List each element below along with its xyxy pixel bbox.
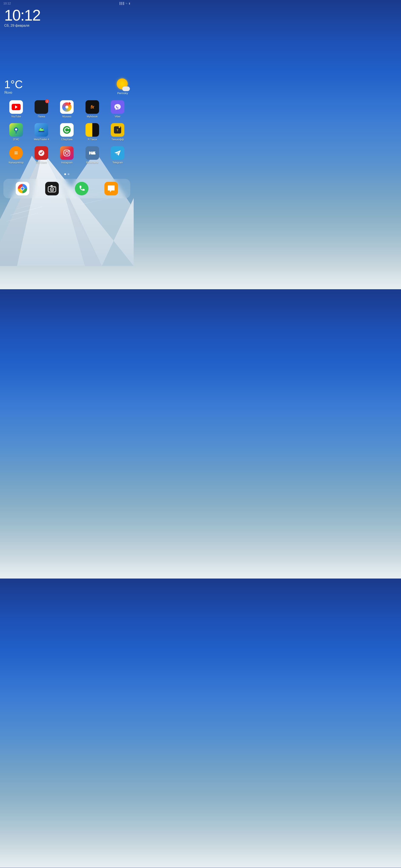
app-youtube[interactable]: YouTube	[5, 100, 27, 118]
cloud-icon	[122, 87, 130, 91]
app-label-folder: Папка	[38, 115, 45, 118]
app-label-taxi: Я.Такси	[88, 138, 97, 141]
app-label-telegram: Telegram	[112, 161, 123, 164]
app-taxi[interactable]: Я.Такси	[82, 123, 103, 141]
viber-svg	[113, 103, 122, 111]
app-sber[interactable]: Сбербанк	[56, 123, 78, 141]
app-row-1: YouTube 1 Папка	[3, 100, 130, 118]
vk-svg	[88, 149, 97, 157]
app-icon-taxi-wrapper	[86, 123, 99, 137]
app-icon-telegram	[111, 146, 124, 160]
app-icon-mt4	[35, 123, 48, 137]
music-flag	[69, 102, 71, 105]
clock-date: Сб, 29 февраля	[4, 24, 130, 28]
app-icon-viber	[111, 100, 124, 114]
svg-point-32	[54, 187, 55, 188]
dock-phone[interactable]	[75, 182, 88, 195]
taxi-dark-half	[92, 123, 99, 137]
app-myfxbook[interactable]: fx Myfxbook	[82, 100, 103, 118]
weather-right: Permsky	[116, 78, 130, 95]
rd-svg	[37, 148, 46, 158]
app-icon-instagram-wrapper	[60, 146, 74, 160]
clock-time: 10:12	[4, 8, 130, 23]
svg-rect-31	[51, 185, 53, 186]
chrome-center	[21, 187, 24, 190]
app-calc[interactable]: = Калькулятор	[5, 146, 27, 164]
app-icon-2gis	[9, 123, 23, 137]
telegram-svg	[113, 149, 122, 157]
weather-widget[interactable]: 1°С Ясно Permsky	[0, 74, 134, 98]
app-icon-taxi	[86, 123, 99, 137]
svg-point-23	[119, 126, 120, 128]
app-label-calc: Калькулятор	[9, 161, 24, 164]
signal-icon: ▐▐▐	[119, 2, 124, 5]
app-row-2: 2ГИС MetaТrader 4	[3, 123, 130, 141]
app-tinkoff[interactable]: T Тинькофф	[107, 123, 128, 141]
app-row-3: = Калькулятор RD Client	[3, 146, 130, 164]
dock-camera[interactable]	[45, 182, 59, 195]
youtube-play-btn	[12, 104, 21, 110]
weather-icon	[116, 78, 130, 91]
app-icon-tinkoff-wrapper: T	[111, 123, 124, 137]
svg-point-26	[65, 152, 68, 154]
fx-text: fx	[91, 104, 94, 110]
app-instagram[interactable]: Instagram	[56, 146, 78, 164]
app-icon-myfxbook-wrapper: fx	[86, 100, 99, 114]
chrome-ring	[18, 184, 27, 193]
app-label-youtube: YouTube	[11, 115, 21, 118]
status-bar: 10:12 ▐▐▐ ∿ ▮	[0, 0, 134, 6]
app-icon-music	[60, 100, 74, 114]
2gis-svg	[11, 125, 21, 134]
app-icon-instagram	[60, 146, 74, 160]
camera-svg	[48, 185, 56, 192]
svg-marker-11	[15, 132, 17, 133]
app-2gis[interactable]: 2ГИС	[5, 123, 27, 141]
app-icon-telegram-wrapper	[111, 146, 124, 160]
youtube-triangle	[15, 105, 18, 109]
app-mt4[interactable]: MetaТrader 4	[31, 123, 52, 141]
app-label-viber: Viber	[115, 115, 120, 118]
app-label-rd: RD Client	[36, 161, 47, 164]
app-label-2gis: 2ГИС	[13, 138, 19, 141]
messages-svg	[107, 185, 115, 193]
app-label-myfxbook: Myfxbook	[87, 115, 97, 118]
page-dot-1[interactable]	[64, 173, 66, 175]
app-label-vk: ВКонтакте	[86, 161, 98, 164]
svg-text:T: T	[117, 129, 118, 132]
instagram-svg	[63, 149, 71, 157]
app-icon-vk-wrapper	[86, 146, 99, 160]
page-dot-2[interactable]	[68, 173, 69, 175]
app-icon-sber-wrapper	[60, 123, 74, 137]
weather-condition: Ясно	[4, 91, 23, 94]
app-rd[interactable]: RD Client	[31, 146, 52, 164]
app-icon-vk	[86, 146, 99, 160]
clock-area: 10:12 Сб, 29 февраля	[0, 6, 134, 32]
app-viber[interactable]: Viber	[107, 100, 128, 118]
app-label-sber: Сбербанк	[61, 138, 73, 141]
app-grid: YouTube 1 Папка	[0, 98, 134, 171]
app-icon-myfxbook: fx	[86, 100, 99, 114]
dock-chrome[interactable]	[16, 182, 29, 195]
svg-point-27	[68, 151, 69, 152]
app-folder[interactable]: 1 Папка	[31, 100, 52, 118]
svg-point-30	[51, 189, 53, 190]
svg-point-16	[41, 128, 42, 129]
app-icon-2gis-wrapper	[9, 123, 23, 137]
app-icon-rd-wrapper	[35, 146, 48, 160]
app-vk[interactable]: ВКонтакте	[82, 146, 103, 164]
app-label-tinkoff: Тинькофф	[111, 138, 124, 141]
folder-badge: 1	[45, 99, 49, 103]
dock-messages[interactable]	[105, 182, 118, 195]
mt4-svg	[36, 125, 46, 135]
app-icon-mt4-wrapper	[35, 123, 48, 137]
app-telegram[interactable]: Telegram	[107, 146, 128, 164]
app-icon-sber	[60, 123, 74, 137]
app-music[interactable]: Музыка	[56, 100, 78, 118]
phone-svg	[78, 185, 86, 192]
app-icon-folder-wrapper: 1	[35, 100, 48, 114]
app-icon-rd	[35, 146, 48, 160]
app-label-mt4: MetaТrader 4	[34, 138, 49, 141]
status-icons: ▐▐▐ ∿ ▮	[119, 2, 130, 5]
tinkoff-svg: T	[113, 125, 122, 135]
weather-city: Permsky	[116, 92, 130, 95]
